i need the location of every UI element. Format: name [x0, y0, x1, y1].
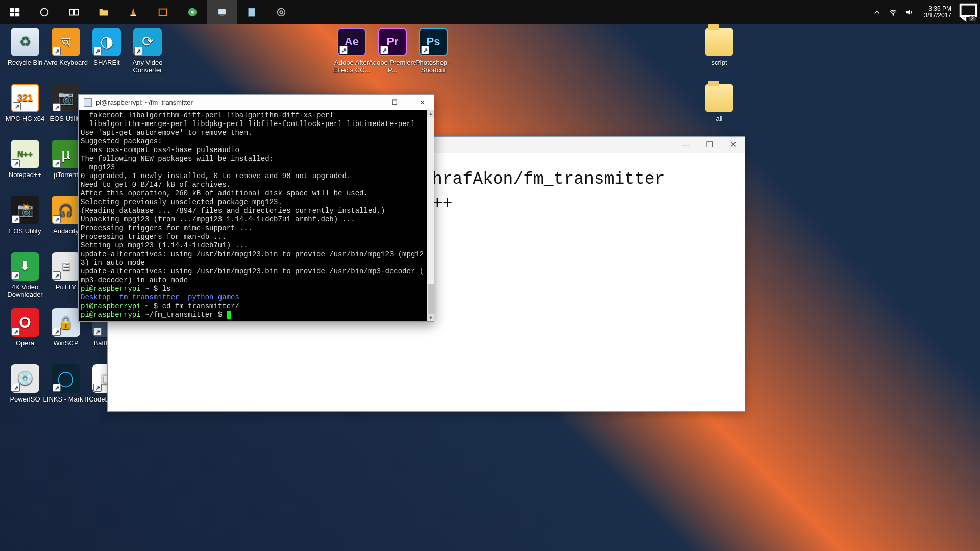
- all-icon: [705, 84, 733, 112]
- svg-rect-8: [159, 9, 167, 16]
- shortcut-arrow-icon: ↗: [93, 47, 102, 55]
- start-button[interactable]: [0, 0, 30, 24]
- svg-rect-13: [220, 15, 224, 16]
- notification-icon: [957, 1, 980, 24]
- shortcut-arrow-icon: ↗: [380, 46, 388, 54]
- folder-icon: [98, 7, 109, 18]
- task-view-icon: [68, 7, 80, 18]
- terminal-scrollbar[interactable]: ▲ ▼: [427, 110, 434, 321]
- obs-taskbar[interactable]: [266, 0, 296, 24]
- putty-taskbar[interactable]: [207, 0, 237, 24]
- putty-window[interactable]: pi@raspberrypi: ~/fm_transmitter — ☐ ✕ f…: [78, 94, 434, 322]
- npp-icon: ↗: [11, 140, 39, 168]
- opera-icon: ↗: [11, 308, 39, 337]
- svg-point-11: [191, 11, 194, 14]
- taskbar: 3:35 PM 3/17/2017 2: [0, 0, 980, 24]
- desktop-icon-label: all: [694, 115, 744, 123]
- notepad-icon: [246, 7, 257, 18]
- svg-rect-14: [249, 8, 255, 17]
- close-button[interactable]: ✕: [410, 95, 434, 110]
- shortcut-arrow-icon: ↗: [12, 215, 20, 223]
- desktop-icon-script[interactable]: script: [694, 28, 744, 67]
- shortcut-arrow-icon: ↗: [93, 328, 102, 336]
- svg-point-16: [280, 11, 283, 14]
- shortcut-arrow-icon: ↗: [13, 102, 21, 110]
- shortcut-arrow-icon: ↗: [53, 47, 61, 55]
- minimize-button[interactable]: —: [355, 95, 379, 110]
- putty-taskbar-icon: [216, 7, 228, 18]
- desktop-icon-label: Any Video Converter: [122, 59, 173, 74]
- desktop-icon-all[interactable]: all: [694, 84, 744, 123]
- desktop-icon-ps[interactable]: ↗Photoshop - Shortcut: [408, 28, 458, 74]
- svg-rect-1: [15, 8, 19, 12]
- svg-rect-18: [961, 5, 976, 16]
- wifi-icon[interactable]: [889, 8, 898, 17]
- explorer-taskbar[interactable]: [89, 0, 118, 24]
- clock-date: 3/17/2017: [924, 12, 951, 19]
- svg-rect-2: [10, 13, 14, 16]
- shortcut-arrow-icon: ↗: [134, 47, 142, 55]
- shortcut-arrow-icon: ↗: [53, 215, 61, 223]
- svg-point-15: [278, 9, 285, 16]
- close-button[interactable]: ✕: [721, 137, 745, 153]
- shortcut-arrow-icon: ↗: [12, 271, 20, 280]
- scroll-down-button[interactable]: ▼: [427, 314, 434, 321]
- shortcut-arrow-icon: ↗: [53, 384, 61, 392]
- anyvid-icon: ↗: [133, 28, 162, 56]
- cortana-icon: [39, 7, 50, 18]
- svg-rect-7: [131, 15, 136, 16]
- svg-rect-6: [75, 10, 78, 15]
- eosu-icon: ↗: [52, 84, 80, 112]
- vlc-taskbar[interactable]: [118, 0, 148, 24]
- aud-icon: ↗: [52, 196, 80, 224]
- svg-rect-12: [218, 9, 226, 15]
- scroll-thumb[interactable]: [428, 284, 434, 314]
- shortcut-arrow-icon: ↗: [53, 159, 61, 167]
- shareit-icon: ↗: [92, 28, 121, 56]
- putty-icon: [84, 98, 92, 107]
- svg-rect-3: [15, 13, 19, 16]
- shortcut-arrow-icon: ↗: [421, 46, 429, 54]
- ut-icon: ↗: [52, 140, 80, 168]
- putty-icon: ↗: [52, 252, 80, 281]
- notepad-line-2: ++: [432, 194, 453, 213]
- avro-icon: ↗: [52, 28, 80, 56]
- terminal-output[interactable]: fakeroot libalgorithm-diff-perl libalgor…: [79, 110, 427, 321]
- chevron-up-icon[interactable]: [872, 8, 881, 17]
- chrome-icon: [187, 7, 198, 18]
- action-center-button[interactable]: 2: [957, 0, 980, 24]
- task-view-button[interactable]: [59, 0, 89, 24]
- vlc-icon: [128, 7, 139, 18]
- mpc-icon: ↗: [11, 84, 39, 112]
- winscp-icon: ↗: [52, 308, 80, 337]
- volume-icon[interactable]: [905, 8, 914, 17]
- svg-rect-0: [10, 8, 14, 12]
- shortcut-arrow-icon: ↗: [12, 384, 20, 392]
- ps-icon: ↗: [419, 28, 448, 56]
- 4k-icon: ↗: [11, 252, 39, 281]
- scroll-up-button[interactable]: ▲: [427, 110, 434, 117]
- mpc-taskbar[interactable]: [148, 0, 178, 24]
- notepad-taskbar[interactable]: [237, 0, 266, 24]
- maximize-button[interactable]: ☐: [383, 95, 406, 110]
- putty-titlebar[interactable]: pi@raspberrypi: ~/fm_transmitter — ☐ ✕: [79, 95, 434, 110]
- chrome-taskbar[interactable]: [178, 0, 207, 24]
- notification-badge: 2: [969, 16, 976, 21]
- putty-title-text: pi@raspberrypi: ~/fm_transmitter: [96, 98, 193, 106]
- taskbar-clock[interactable]: 3:35 PM 3/17/2017: [919, 6, 957, 19]
- ae-icon: ↗: [337, 28, 366, 56]
- mpc-icon: [157, 7, 168, 18]
- shortcut-arrow-icon: ↗: [53, 328, 61, 336]
- shortcut-arrow-icon: ↗: [12, 159, 20, 167]
- shortcut-arrow-icon: ↗: [93, 384, 102, 392]
- maximize-button[interactable]: ☐: [698, 137, 721, 153]
- obs-icon: [276, 7, 287, 18]
- minimize-button[interactable]: —: [674, 137, 698, 153]
- recycle-icon: [11, 28, 39, 56]
- script-icon: [705, 28, 733, 56]
- svg-point-4: [41, 9, 48, 16]
- desktop-icon-anyvid[interactable]: ↗Any Video Converter: [122, 28, 173, 74]
- shortcut-arrow-icon: ↗: [339, 46, 348, 54]
- cortana-button[interactable]: [30, 0, 59, 24]
- shortcut-arrow-icon: ↗: [53, 271, 61, 280]
